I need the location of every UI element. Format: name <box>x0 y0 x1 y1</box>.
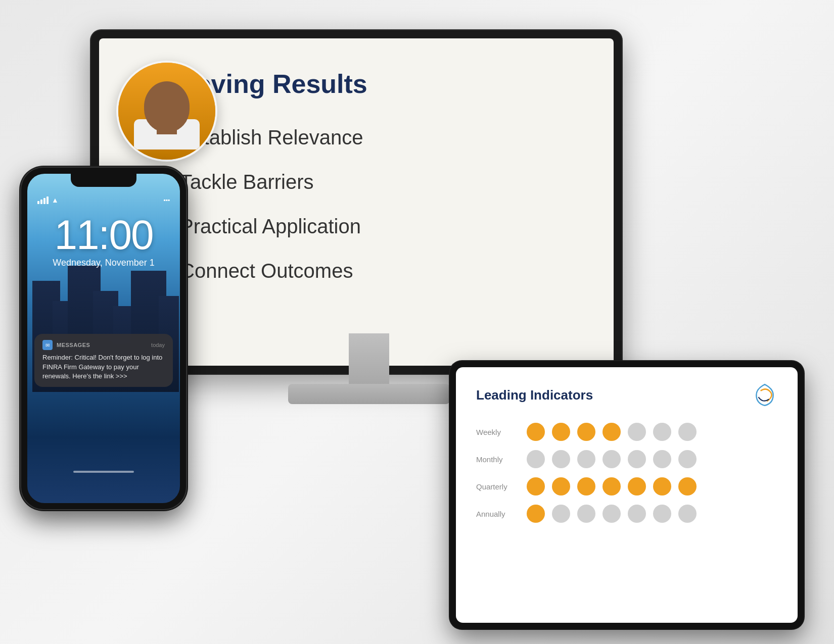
phone-time-display: 11:00 Wednesday, November 1 <box>27 214 180 268</box>
tablet-screen: Leading Indicators WeeklyMonthlyQuarterl… <box>456 367 798 623</box>
presenter-face <box>118 63 215 160</box>
phone: ▲ ▪▪▪ 11:00 Wednesday, November 1 ✉ <box>20 167 187 510</box>
dot-gray <box>603 505 621 523</box>
messages-icon: ✉ <box>42 340 53 350</box>
dot-gray <box>552 450 570 468</box>
dot-gray <box>628 505 646 523</box>
company-logo <box>752 382 777 408</box>
wifi-icon: ▲ <box>52 196 59 204</box>
battery-indicator: ▪▪▪ <box>163 196 170 204</box>
presenter-avatar <box>116 61 217 162</box>
face-head <box>144 81 190 132</box>
signal-bar-3 <box>43 198 45 204</box>
tablet-header: Leading Indicators <box>476 382 777 408</box>
notification-time: today <box>151 342 165 348</box>
monitor-stand-base <box>288 384 450 404</box>
dot-orange <box>552 477 570 496</box>
dot-gray <box>653 423 671 441</box>
notification-app-name: MESSAGES <box>57 342 90 348</box>
indicator-row: Monthly <box>476 450 777 468</box>
dot-gray <box>527 450 545 468</box>
dot-gray <box>653 505 671 523</box>
indicator-row: Quarterly <box>476 477 777 496</box>
dot-gray <box>628 450 646 468</box>
row-label: Monthly <box>476 455 527 464</box>
dot-gray <box>678 423 697 441</box>
notification-banner: ✉ MESSAGES today Reminder: Critical! Don… <box>34 334 173 387</box>
face-shape <box>134 76 200 150</box>
row-label: Annually <box>476 510 527 518</box>
signal-indicator: ▲ <box>37 196 59 204</box>
dots-container <box>527 505 777 523</box>
item-text: Connect Outcomes <box>180 260 353 282</box>
dot-gray <box>577 505 595 523</box>
phone-body: ▲ ▪▪▪ 11:00 Wednesday, November 1 ✉ <box>20 167 187 510</box>
tablet-body: Leading Indicators WeeklyMonthlyQuarterl… <box>450 361 804 629</box>
dots-container <box>527 423 777 441</box>
notification-header: ✉ MESSAGES today <box>42 340 165 350</box>
tablet-title: Leading Indicators <box>476 387 593 403</box>
phone-home-indicator <box>73 471 134 473</box>
notification-message: Reminder: Critical! Don't forget to log … <box>42 353 165 381</box>
numbered-item: 2 Tackle Barriers <box>140 169 573 195</box>
numbered-item: 3 Practical Application <box>140 213 573 239</box>
item-text: Tackle Barriers <box>180 171 314 193</box>
indicator-row: Weekly <box>476 423 777 441</box>
dot-gray <box>628 423 646 441</box>
dots-container <box>527 450 777 468</box>
dot-orange <box>653 477 671 496</box>
signal-bar-1 <box>37 201 39 204</box>
dots-container <box>527 477 777 496</box>
item-text: Practical Application <box>180 215 361 238</box>
indicators-grid: WeeklyMonthlyQuarterlyAnnually <box>476 423 777 523</box>
phone-notch <box>71 174 136 187</box>
dot-orange <box>527 477 545 496</box>
dot-orange <box>552 423 570 441</box>
dot-orange <box>527 505 545 523</box>
phone-wallpaper: ▲ ▪▪▪ 11:00 Wednesday, November 1 ✉ <box>27 174 180 503</box>
numbered-item: 4 Connect Outcomes <box>140 258 573 284</box>
dot-orange <box>577 477 595 496</box>
dot-gray <box>678 450 697 468</box>
phone-status-bar: ▲ ▪▪▪ <box>37 196 170 204</box>
notification-app-info: ✉ MESSAGES <box>42 340 90 350</box>
indicator-row: Annually <box>476 505 777 523</box>
dot-gray <box>577 450 595 468</box>
dot-orange <box>603 423 621 441</box>
dot-orange <box>603 477 621 496</box>
dot-gray <box>653 450 671 468</box>
phone-screen: ▲ ▪▪▪ 11:00 Wednesday, November 1 ✉ <box>27 174 180 503</box>
dot-gray <box>603 450 621 468</box>
dot-gray <box>678 505 697 523</box>
dot-orange <box>628 477 646 496</box>
dot-orange <box>678 477 697 496</box>
dot-orange <box>577 423 595 441</box>
row-label: Weekly <box>476 428 527 436</box>
scene: Achieving Results 1 Establish Relevance … <box>0 0 834 644</box>
signal-bar-4 <box>47 196 49 204</box>
signal-bar-2 <box>40 200 42 204</box>
phone-time: 11:00 <box>27 214 180 256</box>
monitor-stand-neck <box>349 333 389 384</box>
row-label: Quarterly <box>476 482 527 491</box>
dot-gray <box>552 505 570 523</box>
tablet: Leading Indicators WeeklyMonthlyQuarterl… <box>450 361 804 629</box>
dot-orange <box>527 423 545 441</box>
phone-date: Wednesday, November 1 <box>27 258 180 268</box>
